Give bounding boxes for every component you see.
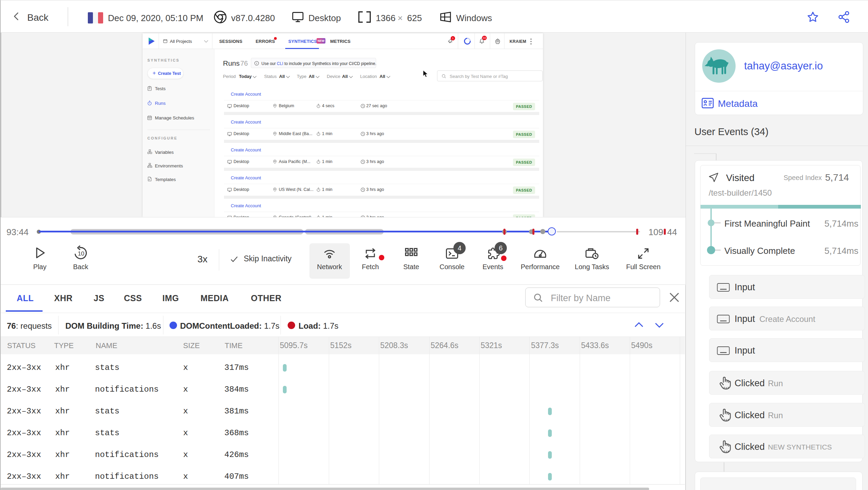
svg-text:10: 10 (78, 250, 84, 257)
